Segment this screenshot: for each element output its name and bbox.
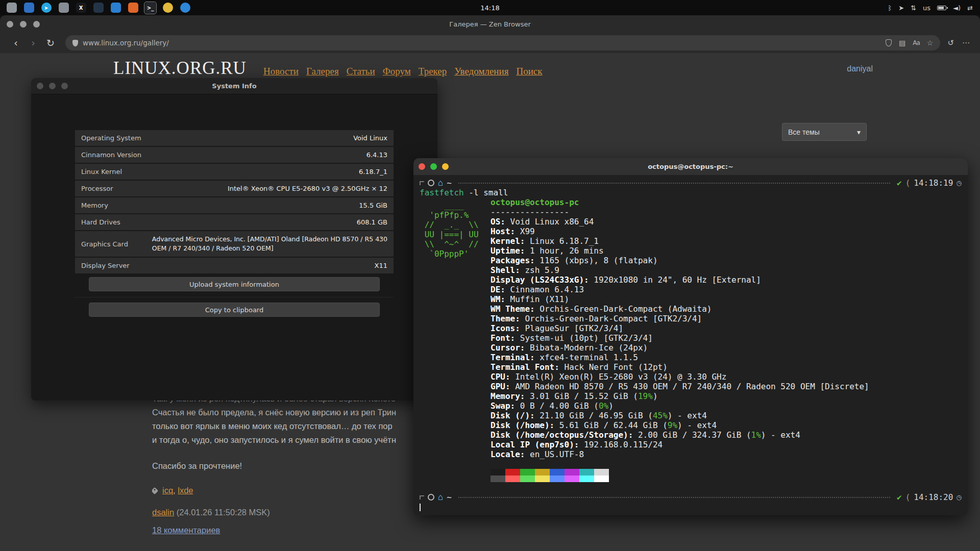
site-nav-link[interactable]: Галерея (306, 66, 339, 77)
site-logo[interactable]: LINUX.ORG.RU (113, 58, 247, 79)
fetch-label: CPU: (491, 372, 515, 382)
app-gray[interactable] (57, 2, 70, 14)
site-nav-link[interactable]: Поиск (516, 66, 542, 77)
fetch-label: Packages: (491, 256, 540, 265)
terminal-titlebar[interactable]: octopus@octopus-pc:~ (413, 158, 968, 175)
tag-icon (152, 487, 158, 494)
network-icon[interactable]: ⇅ (911, 5, 916, 11)
translate-icon[interactable]: Aа (913, 39, 920, 46)
fetch-label: Swap: (491, 401, 520, 411)
sysinfo-row: Memory15.5 GiB (75, 197, 394, 214)
app-blue[interactable] (22, 2, 35, 14)
fetch-value: 1165 (xbps), 8 (flatpak) (540, 256, 657, 265)
url-text[interactable]: www.linux.org.ru/gallery/ (83, 39, 169, 47)
palette-block (594, 475, 609, 482)
browser-titlebar[interactable]: Галерея — Zen Browser (0, 15, 980, 33)
palette-block (520, 469, 535, 475)
tag-link[interactable]: lxde (178, 486, 193, 495)
fetch-label: DE: (491, 285, 510, 294)
palette-block (565, 475, 579, 482)
fetch-info-line: WM: Muffin (X11) (491, 294, 962, 304)
url-bar[interactable]: www.linux.org.ru/gallery/ ▤ Aа ☆ (65, 35, 940, 51)
permissions-shield-icon[interactable] (886, 39, 892, 46)
menu-icon[interactable]: ⋯ (962, 38, 970, 47)
bookmark-star-icon[interactable]: ☆ (927, 39, 934, 47)
window-close-button[interactable] (7, 21, 13, 28)
fetch-value: zsh 5.9 (525, 265, 559, 275)
clock[interactable]: 14:18 (480, 4, 499, 12)
sysinfo-row-label: Operating System (81, 134, 141, 142)
sysinfo-row: Display ServerX11 (75, 258, 394, 274)
user-link[interactable]: daniyal (847, 64, 873, 73)
fetch-value: 45% (653, 411, 668, 420)
window-maximize-button[interactable] (430, 163, 437, 170)
reload-button[interactable]: ↻ (43, 38, 58, 48)
forward-button[interactable]: › (26, 38, 41, 48)
prompt-corner-icon (420, 495, 424, 499)
tag-links: icq, lxde (162, 484, 193, 497)
fetch-value: AMD Radeon HD 8570 / R5 430 OEM / R7 240… (515, 382, 869, 391)
window-minimize-button[interactable] (49, 83, 56, 89)
prompt-path: ~ (447, 178, 452, 188)
sysinfo-row: Linux Kernel6.18.7_1 (75, 164, 394, 181)
window-close-button[interactable] (419, 163, 425, 170)
back-button[interactable]: ‹ (8, 38, 23, 48)
bluetooth-icon[interactable]: ᛒ (888, 5, 892, 11)
fetch-info-line: Locale: en_US.UTF-8 (491, 449, 962, 459)
site-nav-link[interactable]: Форум (383, 66, 411, 77)
sysinfo-row-label: Linux Kernel (81, 168, 122, 176)
app-terminal[interactable]: >_ (144, 2, 157, 14)
app-x[interactable]: X (75, 2, 87, 14)
palette-block (491, 469, 505, 475)
comments-link[interactable]: 18 комментариев (152, 525, 220, 535)
site-nav-link[interactable]: Новости (263, 66, 299, 77)
site-nav-link[interactable]: Статьи (347, 66, 375, 77)
window-maximize-button[interactable] (33, 21, 40, 28)
prompt-paren: ( (905, 178, 911, 188)
topics-dropdown-label: Все темы (788, 128, 820, 136)
window-minimize-button[interactable] (442, 163, 449, 170)
sysinfo-row-value: 15.5 GiB (359, 202, 387, 209)
reader-mode-icon[interactable]: ▤ (899, 39, 905, 47)
app-launcher[interactable] (5, 2, 18, 14)
app-telegram[interactable]: ➤ (40, 2, 53, 14)
keyboard-layout-indicator[interactable]: us (923, 5, 930, 11)
fetch-value: 1 hour, 26 mins (530, 246, 604, 256)
author-link[interactable]: dsalin (152, 508, 174, 517)
system-info-titlebar[interactable]: System Info (31, 78, 437, 94)
site-nav-link[interactable]: Трекер (419, 66, 447, 77)
topics-dropdown[interactable]: Все темы ▾ (782, 123, 867, 141)
exit-status-icon: ✔ (897, 178, 902, 188)
terminal-body[interactable]: ⌂ ~ ✔ ( 14:18:19 ◷ fastfetch -l small __… (413, 175, 968, 515)
extensions-icon[interactable]: ↺ (947, 38, 954, 47)
tag-link[interactable]: icq (162, 486, 173, 495)
app-yellow[interactable] (161, 2, 174, 14)
browser-title: Галерея — Zen Browser (0, 20, 980, 28)
fetch-value: PlagueSur [GTK2/3/4] (525, 323, 623, 333)
fetch-value: xfce4-terminal 1.1.5 (540, 353, 638, 362)
app-orange[interactable] (127, 2, 139, 14)
copy-to-clipboard-button[interactable]: Copy to clipboard (89, 303, 380, 317)
app-dev[interactable] (92, 2, 105, 14)
fetch-info-line: Terminal Font: Hack Nerd Font (12pt) (491, 362, 962, 372)
battery-icon[interactable] (937, 6, 946, 10)
telegram-tray-icon[interactable]: ➤ (898, 5, 904, 11)
site-nav-link[interactable]: Уведомления (454, 66, 508, 77)
sysinfo-row-value: Void Linux (353, 134, 387, 142)
fetch-label: Kernel: (491, 236, 530, 246)
upload-system-info-button[interactable]: Upload system information (89, 277, 380, 291)
window-minimize-button[interactable] (20, 21, 27, 28)
volume-icon[interactable]: ◄) (953, 5, 961, 11)
input-line[interactable] (420, 502, 962, 512)
palette-block (535, 469, 550, 475)
site-security-icon[interactable] (72, 40, 78, 46)
prompt-time: 14:18:19 (914, 178, 953, 188)
fetch-value: 19% (638, 391, 653, 401)
window-maximize-button[interactable] (61, 83, 68, 89)
app-docs[interactable] (109, 2, 122, 14)
switcher-icon[interactable]: ⇄ (967, 5, 973, 11)
window-close-button[interactable] (37, 83, 43, 89)
home-icon: ⌂ (438, 493, 443, 502)
app-circle-blue[interactable] (179, 2, 191, 14)
sysinfo-row-value: 6.18.7_1 (359, 168, 387, 176)
